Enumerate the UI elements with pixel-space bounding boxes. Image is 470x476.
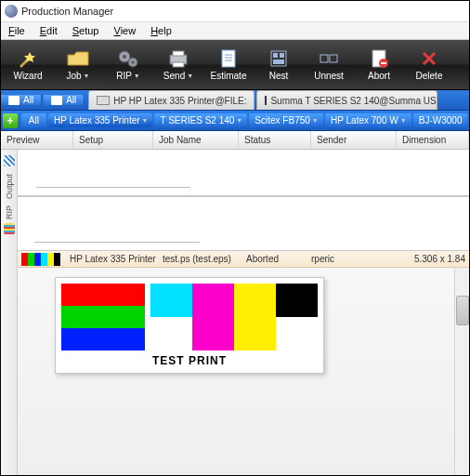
device-tab-all-1[interactable]: All bbox=[1, 95, 42, 105]
printer-tab-bjw3000[interactable]: BJ-W3000 bbox=[413, 113, 467, 127]
magenta2-cell bbox=[192, 317, 234, 350]
wizard-label: Wizard bbox=[13, 71, 42, 81]
menu-help[interactable]: Help bbox=[143, 23, 179, 38]
svg-rect-15 bbox=[280, 53, 284, 58]
col-status[interactable]: Status bbox=[239, 131, 311, 149]
wizard-button[interactable]: Wizard bbox=[5, 43, 51, 87]
white2-cell bbox=[276, 317, 318, 350]
rail-colorbars-icon[interactable] bbox=[4, 223, 15, 234]
left-rail: Output bbox=[1, 150, 18, 475]
dropdown-icon: ▼ bbox=[134, 73, 140, 79]
estimate-button[interactable]: Estimate bbox=[205, 43, 252, 87]
device-tabstrip: All All HP HP Latex 335 Printer@FILE: Su… bbox=[1, 90, 469, 111]
abort-button[interactable]: Abort bbox=[356, 43, 402, 87]
dropdown-icon: ▼ bbox=[187, 73, 193, 79]
app-icon bbox=[5, 5, 18, 18]
svg-rect-17 bbox=[320, 55, 328, 62]
job-row[interactable]: HP Latex 335 Printer test.ps (test.eps) … bbox=[18, 251, 469, 268]
rip-label: RIP bbox=[116, 71, 132, 81]
job-status: Aborted bbox=[242, 254, 307, 264]
cyan-cell bbox=[150, 284, 192, 317]
device-tab-all-2[interactable]: All bbox=[44, 95, 85, 105]
svg-rect-8 bbox=[173, 62, 184, 67]
unnest-icon bbox=[318, 48, 340, 69]
printer-tab-tseries[interactable]: T SERIES S2 140 ▼ bbox=[154, 113, 247, 127]
job-name: test.ps (test.eps) bbox=[159, 254, 242, 264]
rail-rip-tab[interactable]: RIP bbox=[5, 205, 14, 219]
yellow-cell bbox=[234, 284, 276, 317]
preview-area: TEST PRINT bbox=[18, 268, 469, 475]
main-toolbar: Wizard Job ▼ RIP ▼ Send ▼ Estimate bbox=[1, 40, 469, 90]
nest-button[interactable]: Nest bbox=[255, 43, 302, 87]
col-dimension[interactable]: Dimension bbox=[397, 131, 469, 149]
delete-label: Delete bbox=[416, 71, 443, 81]
menu-edit[interactable]: Edit bbox=[33, 23, 65, 38]
test-print-graphic bbox=[61, 284, 318, 350]
document-icon bbox=[217, 48, 240, 69]
folder-icon bbox=[67, 48, 89, 69]
printer-tab-all[interactable]: All bbox=[21, 113, 46, 127]
job-label: Job bbox=[66, 71, 81, 81]
rail-icon[interactable] bbox=[4, 155, 15, 166]
nest-label: Nest bbox=[269, 71, 289, 81]
magenta-cell bbox=[192, 284, 234, 317]
divider bbox=[36, 187, 190, 188]
printer-tab-latex700[interactable]: HP Latex 700 W ▼ bbox=[325, 113, 411, 127]
rail-output-tab[interactable]: Output bbox=[4, 172, 15, 201]
job-button[interactable]: Job ▼ bbox=[55, 43, 101, 87]
device-tab-hp[interactable]: HP HP Latex 335 Printer@FILE: bbox=[88, 90, 255, 110]
menu-file[interactable]: File bbox=[1, 23, 33, 38]
printer-icon bbox=[167, 48, 189, 69]
col-sender[interactable]: Sender bbox=[311, 131, 397, 149]
red-bar bbox=[61, 284, 145, 306]
green-bar bbox=[61, 306, 145, 328]
printer-tab-scitex[interactable]: Scitex FB750 ▼ bbox=[249, 113, 323, 127]
col-setup[interactable]: Setup bbox=[73, 131, 153, 149]
preview-card[interactable]: TEST PRINT bbox=[55, 277, 324, 374]
abort-icon bbox=[368, 48, 390, 69]
black-cell bbox=[276, 284, 318, 317]
send-button[interactable]: Send ▼ bbox=[155, 43, 202, 87]
wizard-icon bbox=[17, 48, 39, 69]
printer-tab-latex335[interactable]: HP Latex 335 Printer ▼ bbox=[48, 113, 153, 127]
svg-rect-16 bbox=[273, 60, 284, 64]
svg-rect-21 bbox=[381, 62, 386, 64]
printer-small-icon bbox=[97, 96, 110, 105]
delete-button[interactable]: Delete bbox=[406, 43, 452, 87]
job-setup: HP Latex 335 Printer bbox=[66, 254, 159, 264]
rgb-bars bbox=[61, 284, 145, 350]
add-printer-button[interactable]: + bbox=[3, 113, 18, 128]
svg-rect-18 bbox=[330, 55, 337, 62]
window-title: Production Manager bbox=[21, 6, 113, 17]
svg-rect-7 bbox=[173, 51, 184, 56]
yellow2-cell bbox=[234, 317, 276, 350]
col-jobname[interactable]: Job Name bbox=[153, 131, 239, 149]
send-label: Send bbox=[163, 71, 185, 81]
cmyk-grid bbox=[150, 284, 318, 350]
nest-icon bbox=[268, 48, 290, 69]
middle-queue-panel bbox=[18, 197, 469, 251]
menu-view[interactable]: View bbox=[106, 23, 143, 38]
rip-button[interactable]: RIP ▼ bbox=[105, 43, 151, 87]
delete-icon bbox=[418, 48, 440, 69]
dropdown-icon: ▼ bbox=[84, 73, 90, 79]
device-tab-summa[interactable]: Summa T SERIES S2 140@Summa USB bbox=[256, 90, 437, 110]
scrollbar[interactable] bbox=[454, 268, 469, 475]
body-area: Output bbox=[1, 150, 469, 475]
estimate-label: Estimate bbox=[211, 71, 247, 81]
menu-setup[interactable]: Setup bbox=[65, 23, 107, 38]
unnest-label: Unnest bbox=[314, 71, 344, 81]
job-dimension: 5.306 x 1.84 bbox=[380, 254, 469, 264]
unnest-button[interactable]: Unnest bbox=[306, 43, 352, 87]
col-preview[interactable]: Preview bbox=[1, 131, 73, 149]
job-table-header: Preview Setup Job Name Status Sender Dim… bbox=[1, 131, 469, 150]
svg-rect-9 bbox=[222, 50, 235, 67]
job-sender: rperic bbox=[307, 254, 380, 264]
app-window: Production Manager File Edit Setup View … bbox=[0, 0, 470, 476]
gears-icon bbox=[117, 48, 139, 69]
svg-rect-14 bbox=[273, 53, 278, 58]
cutter-small-icon bbox=[265, 96, 267, 105]
white-cell bbox=[150, 317, 192, 350]
upper-queue-panel bbox=[18, 150, 469, 196]
scrollbar-thumb[interactable] bbox=[456, 296, 469, 325]
